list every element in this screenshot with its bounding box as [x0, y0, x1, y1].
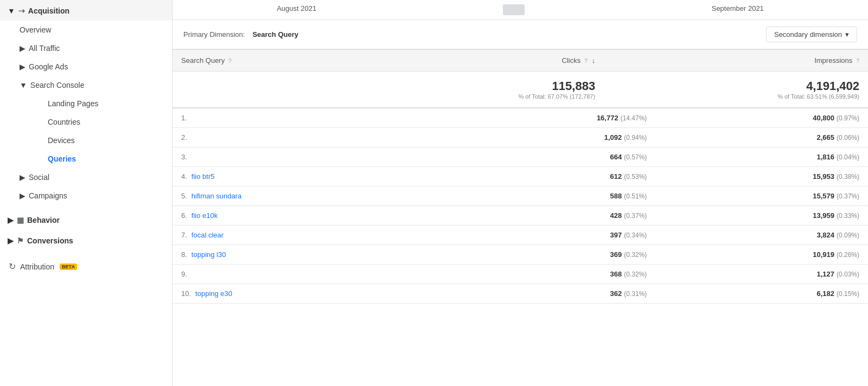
table-row: 2.1,092(0.94%)2,665(0.06%): [173, 128, 868, 147]
sidebar-item-social[interactable]: ▶ Social: [20, 168, 172, 186]
row-clicks-cell: 664(0.57%): [431, 147, 656, 167]
clicks-help-icon[interactable]: ?: [584, 57, 588, 64]
row-clicks-cell: 369(0.32%): [431, 245, 656, 265]
row-clicks-pct: (14.47%): [621, 114, 647, 122]
row-clicks-pct: (0.31%): [624, 290, 647, 298]
table-row: 9.368(0.32%)1,127(0.03%): [173, 265, 868, 284]
sidebar-item-all-traffic[interactable]: ▶ All Traffic: [20, 39, 172, 57]
search-console-expand-icon: ▼: [20, 81, 27, 89]
sidebar-queries-label: Queries: [48, 155, 76, 163]
row-clicks-value: 1,092: [604, 133, 622, 141]
total-impressions-sub: % of Total: 63.51% (6,599,949): [612, 93, 859, 100]
sidebar-behavior-label: Behavior: [27, 216, 60, 224]
row-impressions-pct: (0.33%): [837, 212, 859, 220]
secondary-dimension-chevron-icon: ▾: [845, 30, 849, 38]
attribution-icon: ↻: [9, 261, 16, 272]
col-clicks-header[interactable]: Clicks ? ↓: [353, 50, 604, 72]
row-clicks-pct: (0.57%): [624, 153, 647, 161]
sidebar-item-countries[interactable]: Countries: [48, 113, 172, 131]
sidebar-attribution-label: Attribution: [20, 262, 54, 271]
row-number: 5.: [181, 192, 187, 200]
sidebar-search-console-label: Search Console: [30, 81, 85, 89]
sidebar-item-conversions[interactable]: ▶ ⚑ Conversions: [0, 230, 172, 250]
social-expand-icon: ▶: [20, 173, 25, 182]
table-row: 5.hifiman sundara588(0.51%)15,579(0.37%): [173, 186, 868, 206]
col-search-query-header[interactable]: Search Query ?: [173, 50, 353, 72]
row-impressions-value: 6,182: [816, 290, 834, 298]
row-query-text[interactable]: fiio e10k: [192, 211, 218, 220]
row-number: 9.: [181, 270, 187, 278]
sidebar-google-ads-label: Google Ads: [29, 62, 68, 71]
row-clicks-value: 16,772: [597, 114, 618, 122]
row-clicks-cell: 1,092(0.94%): [431, 128, 656, 147]
beta-badge: BETA: [60, 263, 77, 270]
row-clicks-cell: 16,772(14.47%): [431, 108, 656, 128]
search-query-col-label: Search Query: [181, 56, 225, 65]
row-clicks-pct: (0.34%): [624, 231, 647, 239]
main-content: August 2021 September 2021 Primary Dimen…: [173, 0, 868, 386]
row-impressions-pct: (0.97%): [837, 114, 859, 122]
row-query-cell: 3.: [173, 147, 431, 167]
sidebar-item-behavior[interactable]: ▶ ▦ Behavior: [0, 209, 172, 230]
row-impressions-pct: (0.04%): [837, 153, 859, 161]
clicks-col-label: Clicks: [562, 56, 581, 65]
search-query-help-icon[interactable]: ?: [228, 57, 232, 64]
row-query-cell: 4.fiio btr5: [173, 167, 431, 186]
row-number: 4.: [181, 172, 187, 181]
secondary-dimension-label: Secondary dimension: [774, 30, 842, 38]
row-impressions-cell: 40,800(0.97%): [655, 108, 868, 128]
row-impressions-pct: (0.03%): [837, 271, 859, 278]
sidebar-all-traffic-label: All Traffic: [29, 44, 60, 53]
row-impressions-value: 13,959: [813, 211, 834, 220]
row-query-cell: 7.focal clear: [173, 226, 431, 245]
total-clicks-value: 115,883: [362, 79, 595, 93]
row-clicks-pct: (0.32%): [624, 251, 647, 259]
row-query-cell: 5.hifiman sundara: [173, 186, 431, 206]
row-impressions-cell: 1,816(0.04%): [655, 147, 868, 167]
sidebar-item-attribution[interactable]: ↻ Attribution BETA: [0, 255, 172, 278]
sidebar-item-acquisition[interactable]: ▼ ⇢ Acquisition: [0, 0, 172, 21]
row-query-text[interactable]: focal clear: [192, 231, 224, 239]
clicks-sort-icon[interactable]: ↓: [592, 56, 596, 65]
total-impressions-value: 4,191,402: [612, 79, 859, 93]
totals-query-cell: [173, 72, 353, 108]
col-impressions-header[interactable]: Impressions ?: [604, 50, 868, 72]
row-clicks-value: 428: [610, 211, 622, 220]
behavior-expand-icon: ▶: [8, 216, 14, 224]
sidebar-item-queries[interactable]: Queries: [48, 150, 172, 168]
sidebar-item-overview[interactable]: Overview: [20, 21, 172, 39]
row-clicks-pct: (0.94%): [624, 134, 647, 141]
row-query-text[interactable]: topping e30: [195, 290, 232, 298]
impressions-col-label: Impressions: [814, 56, 852, 65]
sidebar-item-search-console[interactable]: ▼ Search Console: [20, 76, 172, 94]
row-impressions-cell: 15,579(0.37%): [655, 186, 868, 206]
totals-row: 115,883 % of Total: 67.07% (172,787) 4,1…: [173, 72, 868, 108]
row-clicks-value: 368: [610, 270, 622, 278]
sidebar-item-devices[interactable]: Devices: [48, 131, 172, 150]
row-query-text[interactable]: topping l30: [192, 250, 226, 259]
row-clicks-cell: 362(0.31%): [431, 284, 656, 304]
sidebar-search-console-submenu: Landing Pages Countries Devices Queries: [20, 94, 172, 168]
row-query-text[interactable]: fiio btr5: [192, 172, 215, 181]
table-row: 6.fiio e10k428(0.37%)13,959(0.33%): [173, 206, 868, 226]
sidebar-item-landing-pages[interactable]: Landing Pages: [48, 94, 172, 113]
totals-clicks-cell: 115,883 % of Total: 67.07% (172,787): [353, 72, 604, 108]
row-query-cell: 6.fiio e10k: [173, 206, 431, 226]
sidebar-item-campaigns[interactable]: ▶ Campaigns: [20, 186, 172, 205]
table-row: 1.16,772(14.47%)40,800(0.97%): [173, 108, 868, 128]
row-impressions-cell: 10,919(0.26%): [655, 245, 868, 265]
impressions-help-icon[interactable]: ?: [856, 57, 859, 64]
behavior-icon: ▦: [17, 216, 24, 224]
sidebar-social-label: Social: [29, 173, 49, 182]
row-impressions-value: 40,800: [813, 114, 834, 122]
chart-dropdown-button[interactable]: [503, 4, 525, 15]
row-query-cell: 2.: [173, 128, 431, 147]
row-query-text[interactable]: hifiman sundara: [192, 192, 242, 200]
row-number: 2.: [181, 133, 187, 141]
sidebar: ▼ ⇢ Acquisition Overview ▶ All Traffic ▶…: [0, 0, 173, 386]
row-number: 7.: [181, 231, 187, 239]
row-impressions-cell: 13,959(0.33%): [655, 206, 868, 226]
secondary-dimension-button[interactable]: Secondary dimension ▾: [766, 27, 857, 42]
row-impressions-value: 15,953: [813, 172, 834, 181]
sidebar-item-google-ads[interactable]: ▶ Google Ads: [20, 57, 172, 76]
